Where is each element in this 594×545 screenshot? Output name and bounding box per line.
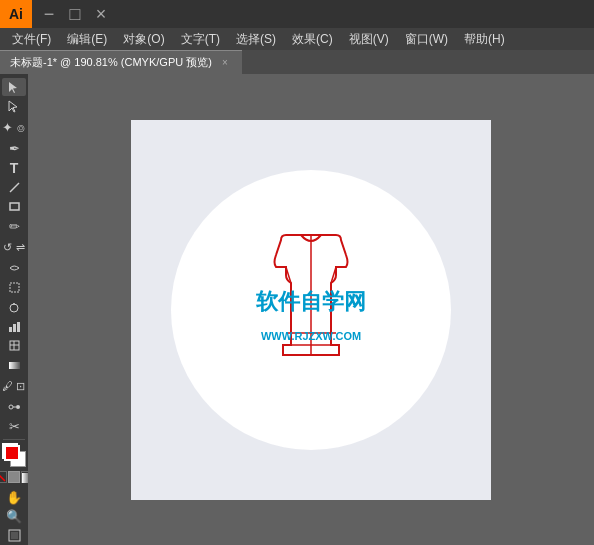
column-graph-tool[interactable] <box>2 317 26 335</box>
svg-line-2 <box>10 183 19 192</box>
svg-rect-8 <box>13 324 16 332</box>
line-segment-tool[interactable] <box>2 178 26 196</box>
menu-view[interactable]: 视图(V) <box>341 29 397 50</box>
svg-rect-7 <box>9 327 12 332</box>
toolbar-separator <box>3 439 25 440</box>
tab-close-button[interactable]: × <box>218 56 232 70</box>
svg-rect-13 <box>9 362 20 369</box>
pen-tool[interactable]: ✒ <box>2 140 26 158</box>
zoom-tool[interactable]: 🔍 <box>2 507 26 525</box>
menu-effect[interactable]: 效果(C) <box>284 29 341 50</box>
svg-rect-20 <box>11 532 18 539</box>
shirt-illustration <box>231 225 391 395</box>
symbol-sprayer-tool[interactable] <box>2 298 26 316</box>
maximize-button[interactable]: □ <box>62 0 88 28</box>
mesh-tool[interactable] <box>2 337 26 355</box>
toolbar: ✦ ⌾ ✒ T ✏ ↺ ⇌ <box>0 74 28 545</box>
svg-line-17 <box>0 473 5 481</box>
svg-marker-0 <box>9 82 17 93</box>
color-mode-solid[interactable] <box>8 471 20 483</box>
svg-rect-9 <box>17 322 20 332</box>
rectangle-tool[interactable] <box>2 198 26 216</box>
menu-window[interactable]: 窗口(W) <box>397 29 456 50</box>
menu-help[interactable]: 帮助(H) <box>456 29 513 50</box>
warp-tool[interactable] <box>2 259 26 277</box>
live-paint-tool[interactable]: ⊡ <box>14 375 27 397</box>
direct-select-tool[interactable] <box>2 97 26 115</box>
menu-edit[interactable]: 编辑(E) <box>59 29 115 50</box>
ai-logo: Ai <box>0 0 32 28</box>
paintbrush-tool[interactable]: ✏ <box>2 217 26 235</box>
hand-tool[interactable]: ✋ <box>2 488 26 506</box>
scissors-tool[interactable]: ✂ <box>2 418 26 436</box>
svg-marker-1 <box>9 101 17 112</box>
tab-bar: 未标题-1* @ 190.81% (CMYK/GPU 预览) × <box>0 50 594 74</box>
svg-point-14 <box>9 405 13 409</box>
lasso-tool[interactable]: ⌾ <box>14 117 27 139</box>
menu-select[interactable]: 选择(S) <box>228 29 284 50</box>
menu-bar: 文件(F) 编辑(E) 对象(O) 文字(T) 选择(S) 效果(C) 视图(V… <box>0 28 594 50</box>
color-swatches[interactable] <box>2 443 26 467</box>
active-tab[interactable]: 未标题-1* @ 190.81% (CMYK/GPU 预览) × <box>0 50 242 74</box>
eyedropper-pair: 🖋 ⊡ <box>1 375 27 397</box>
blend-tool[interactable] <box>2 398 26 416</box>
close-button[interactable]: × <box>88 0 114 28</box>
main-area: ✦ ⌾ ✒ T ✏ ↺ ⇌ <box>0 74 594 545</box>
menu-file[interactable]: 文件(F) <box>4 29 59 50</box>
menu-text[interactable]: 文字(T) <box>173 29 228 50</box>
magic-wand-tool[interactable]: ✦ <box>1 117 14 139</box>
title-bar: Ai − □ × <box>0 0 594 28</box>
svg-point-6 <box>13 303 15 305</box>
free-transform-tool[interactable] <box>2 279 26 297</box>
minimize-button[interactable]: − <box>36 0 62 28</box>
eyedropper-tool[interactable]: 🖋 <box>1 375 14 397</box>
select-tool[interactable] <box>2 78 26 96</box>
tab-label: 未标题-1* @ 190.81% (CMYK/GPU 预览) <box>10 55 212 70</box>
reflect-tool[interactable]: ⇌ <box>14 236 27 258</box>
type-tool[interactable]: T <box>2 159 26 177</box>
rotate-tool[interactable]: ↺ <box>1 236 14 258</box>
rotate-reflect-pair: ↺ ⇌ <box>1 236 27 258</box>
svg-rect-3 <box>10 203 19 210</box>
color-mode-none[interactable] <box>0 471 7 483</box>
menu-object[interactable]: 对象(O) <box>115 29 172 50</box>
svg-rect-4 <box>10 283 19 292</box>
active-color-overlay[interactable] <box>4 445 20 461</box>
gradient-tool[interactable] <box>2 356 26 374</box>
canvas-area: 软件自学网 WWW.RJZXW.COM <box>28 74 594 545</box>
window-controls: − □ × <box>36 0 114 28</box>
screen-mode-button[interactable] <box>2 527 26 545</box>
svg-point-5 <box>10 304 18 312</box>
wand-lasso-pair: ✦ ⌾ <box>1 117 27 139</box>
art-board: 软件自学网 WWW.RJZXW.COM <box>131 120 491 500</box>
svg-point-15 <box>16 405 20 409</box>
